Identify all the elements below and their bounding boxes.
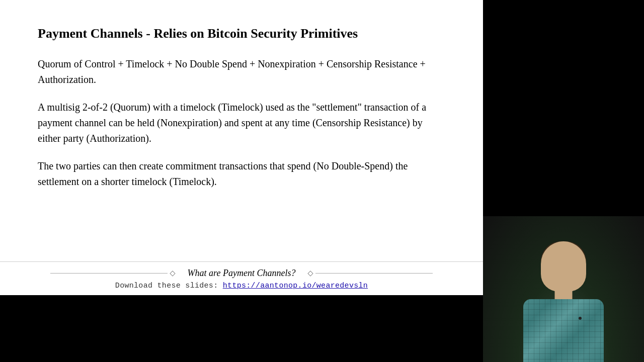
slide-title: Payment Channels - Relies on Bitcoin Sec… — [38, 25, 445, 42]
footer-line-left — [50, 273, 168, 274]
slide-footer: What are Payment Channels? Download thes… — [0, 261, 483, 295]
footer-download-label: Download these slides: — [115, 282, 223, 290]
footer-download-link[interactable]: https://aantonop.io/wearedevsln — [223, 282, 368, 290]
footer-diamond-left — [170, 270, 175, 276]
speaker-background — [483, 216, 644, 362]
slide-bottom-black — [0, 295, 483, 362]
slide-paragraph-2: A multisig 2-of-2 (Quorum) with a timelo… — [38, 100, 445, 146]
speaker-body — [523, 299, 604, 362]
footer-line-right — [315, 273, 433, 274]
speaker-mic — [579, 317, 582, 320]
slide-area: Payment Channels - Relies on Bitcoin Sec… — [0, 0, 483, 362]
slide-paragraph-3: The two parties can then create commitme… — [38, 158, 445, 190]
speaker-head — [541, 241, 586, 292]
footer-diamond-right — [308, 270, 313, 276]
footer-title-row: What are Payment Channels? — [50, 268, 433, 279]
right-panel — [483, 0, 644, 362]
right-top-black — [483, 0, 644, 216]
slide-content: Payment Channels - Relies on Bitcoin Sec… — [0, 0, 483, 261]
slide-paragraph-1: Quorum of Control + Timelock + No Double… — [38, 56, 445, 87]
speaker-area — [483, 216, 644, 362]
main-container: Payment Channels - Relies on Bitcoin Sec… — [0, 0, 644, 362]
speaker-figure — [508, 231, 619, 362]
footer-download-row: Download these slides: https://aantonop.… — [115, 282, 368, 290]
footer-title: What are Payment Channels? — [178, 268, 306, 279]
